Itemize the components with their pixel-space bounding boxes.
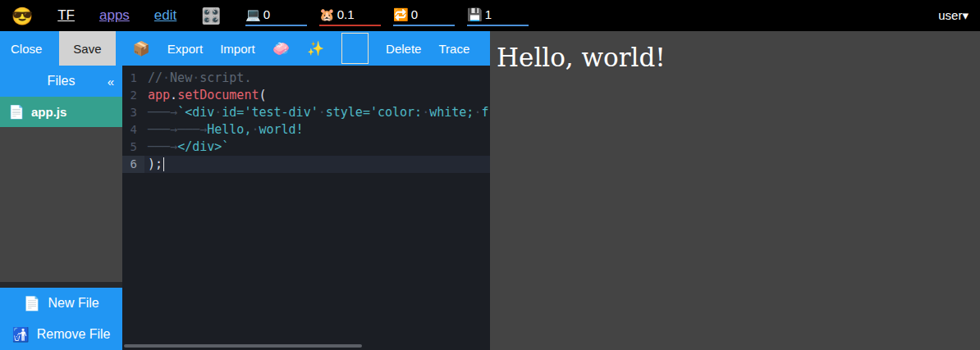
code-line[interactable]: 5───→</div>` <box>122 139 490 156</box>
repeat-icon: 🔁 <box>393 8 409 20</box>
smiling-sunglasses-icon[interactable]: 😎 <box>11 7 33 25</box>
import-button[interactable]: Import <box>220 42 255 56</box>
main-split: Close Save 📦 Export Import 🧼 ✨ Delete Tr… <box>0 31 980 350</box>
file-item-label: app.js <box>31 105 66 119</box>
code-content: ───→</div>` <box>144 139 229 156</box>
code-segment: ───→ <box>148 139 177 154</box>
sidebar-divider <box>0 282 122 288</box>
code-segment: New <box>170 70 192 85</box>
page-icon: 📄 <box>23 295 40 312</box>
line-number: 1 <box>122 70 144 87</box>
save-button[interactable]: Save <box>59 31 115 66</box>
code-content: ───→───→Hello,·world! <box>144 121 304 139</box>
new-file-label: New File <box>48 296 98 311</box>
delete-button[interactable]: Delete <box>386 42 421 56</box>
code-segment: . <box>170 88 177 102</box>
files-header-label: Files <box>48 74 76 89</box>
line-number: 4 <box>122 121 144 139</box>
code-content: //·New·script. <box>144 70 251 87</box>
code-segment: f <box>481 105 488 120</box>
code-segment: ( <box>259 88 266 102</box>
code-segment: ───→ <box>177 122 207 137</box>
code-segment: script. <box>199 70 251 85</box>
code-segment: style='color: <box>326 105 422 120</box>
code-segment: · <box>318 105 326 120</box>
line-number: 6 <box>122 156 144 173</box>
code-segment: · <box>192 70 199 85</box>
files-sidebar: Files « 📄 app.js 📄 New File 🚮 <box>0 66 122 350</box>
code-segment: Hello, <box>207 122 251 137</box>
file-item-appjs[interactable]: 📄 app.js <box>0 97 122 127</box>
control-knobs-icon[interactable]: 🎛️ <box>201 8 221 24</box>
line-number: 2 <box>122 87 144 104</box>
floppy-field[interactable]: 💾 <box>467 5 529 26</box>
code-segment: ); <box>148 157 163 171</box>
code-line[interactable]: 1//·New·script. <box>122 70 490 87</box>
top-bar: 😎 TF apps edit 🎛️ 💻 🐹 🔁 💾 user▾ <box>0 0 980 31</box>
line-number: 3 <box>122 104 144 121</box>
code-segment: `<div <box>177 105 214 120</box>
close-button[interactable]: Close <box>11 42 42 56</box>
nav-link-tf[interactable]: TF <box>57 7 75 24</box>
preview-pane: Hello, world! <box>490 31 980 350</box>
code-segment: ───→ <box>148 105 177 120</box>
remove-file-button[interactable]: 🚮 Remove File <box>0 319 122 350</box>
hamster-icon: 🐹 <box>319 8 335 20</box>
repeat-value-input[interactable] <box>411 7 451 21</box>
document-icon: 📄 <box>8 104 25 120</box>
nav-link-apps[interactable]: apps <box>99 7 130 24</box>
workspace: Files « 📄 app.js 📄 New File 🚮 <box>0 66 490 350</box>
sparkles-button[interactable]: ✨ <box>307 40 324 57</box>
code-segment: · <box>422 105 429 120</box>
repeat-field[interactable]: 🔁 <box>393 5 455 26</box>
laptop-field[interactable]: 💻 <box>245 5 307 26</box>
package-button[interactable]: 📦 <box>133 40 150 57</box>
remove-file-label: Remove File <box>37 327 111 342</box>
line-number: 5 <box>122 139 144 156</box>
code-line[interactable]: 4───→───→Hello,·world! <box>122 121 490 139</box>
laptop-value-input[interactable] <box>263 7 303 21</box>
text-cursor <box>163 157 165 171</box>
export-button[interactable]: Export <box>167 42 203 56</box>
empty-emoji-button[interactable] <box>341 33 369 64</box>
code-content: ); <box>144 156 164 173</box>
nav-link-edit[interactable]: edit <box>154 7 176 24</box>
editor-toolbar: Close Save 📦 Export Import 🧼 ✨ Delete Tr… <box>0 31 490 66</box>
litter-bin-icon: 🚮 <box>11 326 29 343</box>
code-editor[interactable]: 1//·New·script.2app.setDocument(3───→`<d… <box>122 66 490 350</box>
editor-app: Close Save 📦 Export Import 🧼 ✨ Delete Tr… <box>0 31 490 350</box>
file-list-empty-area <box>0 127 122 282</box>
code-line[interactable]: 6); <box>122 156 490 173</box>
code-segment: </div>` <box>177 139 229 154</box>
app-screen: 😎 TF apps edit 🎛️ 💻 🐹 🔁 💾 user▾ <box>0 0 980 350</box>
collapse-sidebar-button[interactable]: « <box>108 66 114 97</box>
soap-button[interactable]: 🧼 <box>272 40 290 57</box>
code-content: app.setDocument( <box>144 87 267 104</box>
code-segment: world! <box>259 122 303 137</box>
horizontal-scrollbar[interactable] <box>124 344 362 348</box>
floppy-value-input[interactable] <box>485 7 524 21</box>
hello-world-text: Hello, world! <box>497 42 980 74</box>
code-segment: // <box>148 70 163 85</box>
trace-button[interactable]: Trace <box>438 42 469 56</box>
code-segment: · <box>163 70 170 85</box>
code-segment: white; <box>429 105 474 120</box>
code-line[interactable]: 2app.setDocument( <box>122 87 490 104</box>
floppy-disk-icon: 💾 <box>467 8 483 20</box>
code-segment: ───→ <box>148 122 177 137</box>
code-segment: · <box>214 105 222 120</box>
new-file-button[interactable]: 📄 New File <box>0 288 122 319</box>
code-line[interactable]: 3───→`<div·id='test-div'·style='color:·w… <box>122 104 490 121</box>
laptop-icon: 💻 <box>245 8 261 20</box>
user-menu[interactable]: user▾ <box>938 8 969 23</box>
code-content: ───→`<div·id='test-div'·style='color:·wh… <box>144 104 488 121</box>
hamster-field[interactable]: 🐹 <box>319 5 381 26</box>
code-segment: app <box>148 88 170 102</box>
code-lines: 1//·New·script.2app.setDocument(3───→`<d… <box>122 70 490 173</box>
code-segment: setDocument <box>177 88 259 102</box>
files-header: Files « <box>0 66 122 97</box>
code-segment: id='test-div' <box>222 105 318 120</box>
stat-fields: 💻 🐹 🔁 💾 <box>245 5 529 26</box>
hamster-value-input[interactable] <box>337 7 377 21</box>
